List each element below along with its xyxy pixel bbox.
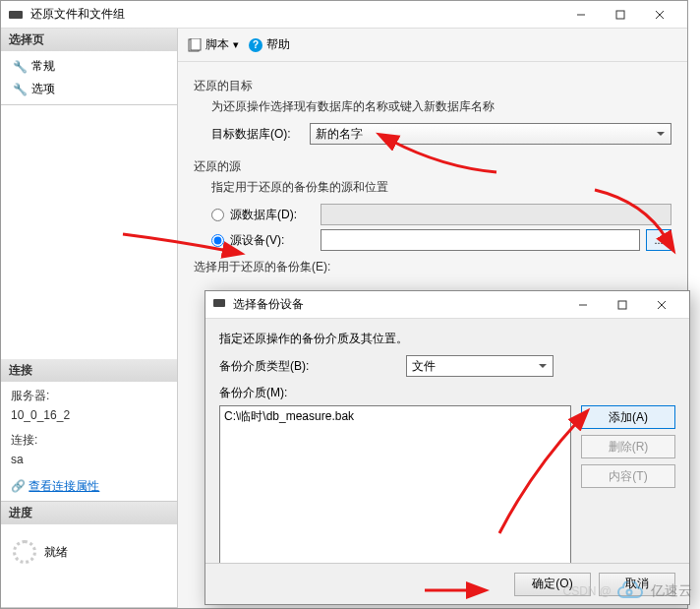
progress-spinner-icon [13,540,36,564]
inner-close-button[interactable] [642,292,681,318]
source-db-label: 源数据库(D): [230,207,315,223]
script-dropdown-icon[interactable]: ▾ [233,38,239,51]
inner-title: 选择备份设备 [233,296,563,313]
conn-value: sa [1,451,177,468]
select-backup-device-dialog: 选择备份设备 指定还原操作的备份介质及其位置。 备份介质类型(B): 文件 备份… [204,290,690,605]
svg-rect-9 [618,301,626,309]
remove-button[interactable]: 删除(R) [581,435,675,458]
sidebar-item-label: 常规 [31,58,55,75]
media-type-value: 文件 [412,359,436,373]
window-controls [561,2,679,28]
backup-sets-label: 选择用于还原的备份集(E): [194,259,671,275]
connection-section: 连接 服务器: 10_0_16_2 连接: sa 🔗 查看连接属性 [1,359,177,502]
sidebar-item-label: 选项 [31,81,55,97]
contents-button[interactable]: 内容(T) [581,464,675,488]
server-value: 10_0_16_2 [1,406,177,424]
watermark: CSDN @ 亿速云 [562,581,692,601]
media-label: 备份介质(M): [219,385,675,401]
watermark-brand: 亿速云 [651,582,692,600]
link-icon: 🔗 [11,479,26,493]
help-button[interactable]: 帮助 [266,36,290,53]
source-device-label: 源设备(V): [230,232,315,249]
script-button[interactable]: 脚本 [205,36,229,53]
view-connection-props[interactable]: 查看连接属性 [29,479,99,493]
svg-rect-0 [9,11,23,19]
source-db-combo [321,204,671,225]
restore-target-section: 还原的目标 [194,78,671,94]
media-type-label: 备份介质类型(B): [219,358,396,375]
source-device-input[interactable] [321,229,640,251]
close-button[interactable] [640,2,679,28]
inner-titlebar: 选择备份设备 [205,291,689,319]
media-type-select[interactable]: 文件 [406,355,554,377]
svg-point-12 [627,590,632,595]
connection-header: 连接 [1,359,177,382]
sidebar-item-general[interactable]: 🔧 常规 [1,55,177,78]
restore-target-desc: 为还原操作选择现有数据库的名称或键入新数据库名称 [211,98,671,115]
restore-icon [9,9,25,21]
target-db-combo[interactable]: 新的名字 [310,123,671,145]
help-icon: ? [249,38,262,52]
svg-rect-6 [191,38,201,50]
progress-header: 进度 [1,502,177,524]
source-device-radio[interactable] [211,234,224,247]
conn-label: 连接: [1,430,177,451]
sidebar: 选择页 🔧 常规 🔧 选项 连接 服务器: 10_0_16_ [1,29,178,608]
inner-desc: 指定还原操作的备份介质及其位置。 [219,331,675,347]
cloud-icon [615,581,647,601]
server-label: 服务器: [1,386,177,406]
dialog-icon [213,297,227,312]
select-page-section: 选择页 🔧 常规 🔧 选项 [1,29,177,105]
progress-section: 进度 就绪 [1,502,177,608]
progress-status: 就绪 [44,544,68,561]
wrench-icon: 🔧 [13,83,28,96]
svg-rect-2 [616,11,624,19]
list-item[interactable]: C:\临时\db_measure.bak [224,408,566,425]
inner-minimize-button[interactable] [563,292,603,318]
restore-source-desc: 指定用于还原的备份集的源和位置 [211,179,671,196]
browse-device-button[interactable]: ... [646,229,671,251]
svg-rect-7 [213,299,225,307]
toolbar: 脚本 ▾ ? 帮助 [178,29,687,62]
inner-maximize-button[interactable] [603,292,642,318]
select-page-header: 选择页 [1,29,177,51]
main-titlebar: 还原文件和文件组 [1,1,687,29]
media-listbox[interactable]: C:\临时\db_measure.bak [219,405,571,565]
target-db-value: 新的名字 [316,127,363,141]
inner-body: 指定还原操作的备份介质及其位置。 备份介质类型(B): 文件 备份介质(M): … [205,319,689,577]
minimize-button[interactable] [561,2,601,28]
add-button[interactable]: 添加(A) [581,405,675,429]
window-title: 还原文件和文件组 [30,6,561,23]
watermark-csdn: CSDN @ [562,584,612,598]
sidebar-item-options[interactable]: 🔧 选项 [1,78,177,100]
script-icon [188,38,202,52]
target-db-label: 目标数据库(O): [211,126,302,143]
source-db-radio[interactable] [211,209,224,221]
maximize-button[interactable] [601,2,640,28]
restore-source-section: 还原的源 [194,158,671,175]
form-area: 还原的目标 为还原操作选择现有数据库的名称或键入新数据库名称 目标数据库(O):… [178,62,687,295]
wrench-icon: 🔧 [13,60,28,74]
